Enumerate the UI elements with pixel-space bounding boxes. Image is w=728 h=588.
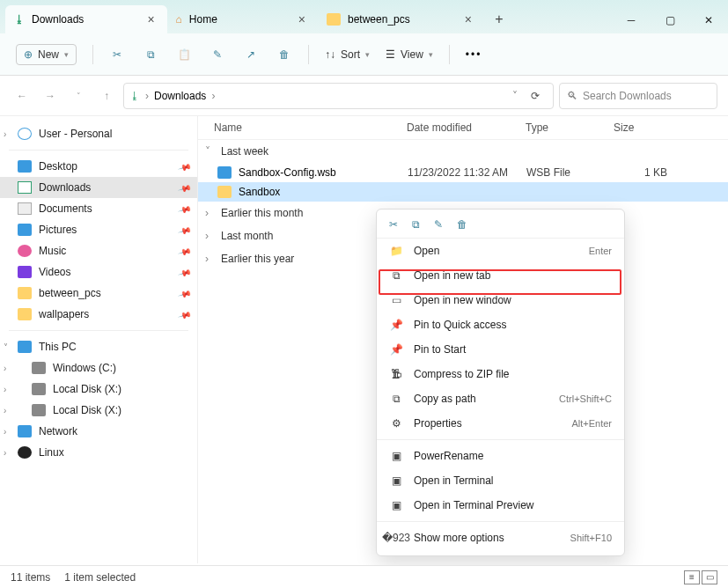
sidebar-item-thispc[interactable]: ˅ This PC: [0, 336, 197, 357]
term-icon: ▣: [389, 499, 403, 511]
rename-icon[interactable]: ✎: [434, 218, 443, 231]
sort-button[interactable]: ↑↓ Sort ▾: [325, 48, 370, 61]
file-row[interactable]: Sandbox: [198, 182, 728, 202]
ctx-open-in-terminal[interactable]: ▣Open in Terminal: [377, 468, 624, 493]
folder-icon: [327, 13, 341, 26]
ctx-open-in-new-tab[interactable]: ⧉Open in new tab: [377, 263, 624, 288]
chevron-right-icon[interactable]: ›: [4, 364, 6, 373]
new-button[interactable]: ⊕ New ▾: [16, 44, 77, 65]
plus-icon: ⊕: [24, 48, 33, 61]
sidebar-item-drive[interactable]: ›Windows (C:): [0, 357, 197, 379]
search-icon: 🔍︎: [567, 90, 577, 102]
chevron-right-icon[interactable]: ›: [4, 427, 6, 437]
ctx-compress-to-zip-file[interactable]: 🗜Compress to ZIP file: [377, 362, 624, 386]
more-icon: �923: [389, 532, 403, 544]
forward-button[interactable]: →: [39, 90, 62, 102]
ctx-open[interactable]: 📁OpenEnter: [377, 239, 624, 263]
home-icon: ⌂: [176, 13, 182, 26]
sidebar-item-desktop[interactable]: Desktop📌: [0, 156, 197, 177]
tab-icon: ⧉: [389, 269, 403, 282]
chevron-right-icon[interactable]: ›: [4, 406, 6, 415]
thumb-view-button[interactable]: ▭: [702, 570, 717, 584]
download-icon: ⭳: [14, 13, 25, 26]
view-icon: ☰: [386, 48, 395, 61]
ctx-copy-as-path[interactable]: ⧉Copy as pathCtrl+Shift+C: [377, 386, 624, 411]
back-button[interactable]: ←: [11, 90, 33, 102]
delete-icon[interactable]: 🗑: [276, 47, 292, 62]
ctx-powerrename[interactable]: ▣PowerRename: [377, 444, 624, 468]
breadcrumb[interactable]: Downloads: [154, 90, 206, 102]
context-menu: ✂ ⧉ ✎ 🗑 📁OpenEnter⧉Open in new tab▭Open …: [376, 209, 625, 556]
sidebar-item-downloads[interactable]: Downloads📌: [0, 177, 197, 198]
rename-icon[interactable]: ✎: [210, 47, 225, 62]
chevron-right-icon[interactable]: ›: [4, 129, 6, 139]
close-icon[interactable]: ×: [461, 12, 475, 26]
details-view-button[interactable]: ≡: [684, 570, 700, 584]
paste-icon[interactable]: 📋: [176, 47, 192, 62]
sidebar-item-drive[interactable]: ›Local Disk (X:): [0, 379, 197, 400]
close-icon[interactable]: ×: [143, 12, 158, 26]
search-input[interactable]: 🔍︎ Search Downloads: [559, 83, 717, 109]
chevron-down-icon[interactable]: ˅: [512, 90, 518, 102]
ctx-pin-to-quick-access[interactable]: 📌Pin to Quick access: [377, 312, 624, 337]
ctx-open-in-new-window[interactable]: ▭Open in new window: [377, 288, 624, 312]
view-button[interactable]: ☰ View ▾: [386, 48, 433, 61]
sidebar-item-drive[interactable]: ›Local Disk (X:): [0, 400, 197, 421]
tab-between-pcs[interactable]: between_pcs ×: [318, 5, 484, 33]
more-icon[interactable]: •••: [466, 48, 482, 61]
selection-count: 1 item selected: [64, 571, 136, 584]
ctx-show-more[interactable]: �923 Show more options Shift+F10: [377, 526, 624, 550]
item-count: 11 items: [11, 571, 50, 584]
up-button[interactable]: ↑: [95, 90, 118, 102]
file-row[interactable]: Sandbox-Config.wsb11/23/2022 11:32 AMWSB…: [198, 163, 728, 182]
maximize-button[interactable]: ▢: [651, 7, 689, 33]
delete-icon[interactable]: 🗑: [457, 218, 467, 231]
sidebar-item-videos[interactable]: Videos📌: [0, 261, 197, 283]
sidebar-item-network[interactable]: › Network: [0, 421, 197, 442]
recent-button[interactable]: ˅: [67, 92, 90, 100]
cut-icon[interactable]: ✂: [109, 47, 125, 62]
ic-pic-icon: [18, 224, 32, 236]
sidebar-item-pictures[interactable]: Pictures📌: [0, 219, 197, 240]
drive-icon: [32, 404, 46, 416]
sidebar-item-music[interactable]: Music📌: [0, 240, 197, 261]
sidebar-item-wallpapers[interactable]: wallpapers📌: [0, 304, 197, 325]
nav-row: ← → ˅ ↑ ⭳ › Downloads › ˅ ⟳ 🔍︎ Search Do…: [0, 76, 728, 116]
sidebar-item-linux[interactable]: › Linux: [0, 442, 197, 463]
ic-music-icon: [18, 245, 32, 257]
prop-icon: ⚙: [389, 417, 403, 430]
share-icon[interactable]: ↗: [243, 47, 259, 62]
sidebar-item-between_pcs[interactable]: between_pcs📌: [0, 283, 197, 304]
address-bar[interactable]: ⭳ › Downloads › ˅ ⟳: [123, 83, 554, 109]
ctx-properties[interactable]: ⚙PropertiesAlt+Enter: [377, 411, 624, 436]
close-icon[interactable]: ×: [295, 12, 309, 26]
chevron-down-icon[interactable]: ˅: [4, 342, 8, 352]
group-header[interactable]: ˅Last week: [198, 140, 728, 163]
copy-icon[interactable]: ⧉: [412, 218, 420, 231]
ctx-pin-to-start[interactable]: 📌Pin to Start: [377, 337, 624, 362]
sidebar-item-documents[interactable]: Documents📌: [0, 198, 197, 219]
ic-download-icon: [18, 181, 32, 194]
window-icon: ▭: [389, 294, 403, 306]
cut-icon[interactable]: ✂: [389, 218, 398, 231]
close-window-button[interactable]: ✕: [689, 7, 728, 33]
copy-icon[interactable]: ⧉: [143, 47, 158, 62]
chevron-icon: ›: [205, 230, 216, 242]
minimize-button[interactable]: ─: [612, 7, 651, 33]
chevron-right-icon[interactable]: ›: [4, 448, 6, 458]
chevron-right-icon: ›: [211, 90, 215, 102]
drive-icon: [32, 362, 46, 374]
download-icon: ⭳: [129, 90, 140, 102]
chevron-down-icon: ▾: [64, 50, 69, 59]
new-tab-button[interactable]: +: [484, 5, 514, 33]
refresh-button[interactable]: ⟳: [523, 90, 548, 102]
pin-icon: 📌: [389, 319, 403, 331]
column-headers[interactable]: Name Date modified Type Size: [198, 116, 728, 140]
sidebar-item-user[interactable]: › User - Personal: [0, 123, 197, 144]
term-icon: ▣: [389, 474, 403, 487]
chevron-right-icon[interactable]: ›: [4, 385, 6, 394]
tab-downloads[interactable]: ⭳ Downloads ×: [5, 5, 167, 33]
sort-icon: ↑↓: [325, 48, 335, 61]
ctx-open-in-terminal-preview[interactable]: ▣Open in Terminal Preview: [377, 493, 624, 518]
tab-home[interactable]: ⌂ Home ×: [167, 5, 318, 33]
